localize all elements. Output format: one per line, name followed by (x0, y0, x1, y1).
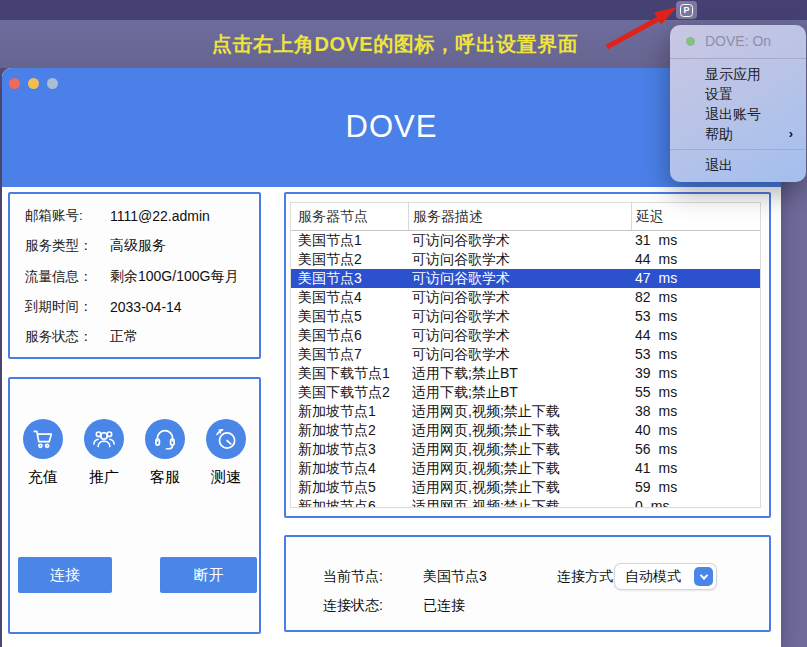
server-desc-cell: 可访问谷歌学术 (408, 307, 631, 326)
server-latency-cell: 59ms (631, 478, 760, 497)
server-row[interactable]: 新加坡节点5适用网页,视频;禁止下载59ms (291, 478, 760, 497)
chevron-down-icon (699, 571, 707, 579)
server-latency-cell: 40ms (631, 421, 760, 440)
account-info-row: 到期时间：2033-04-14 (25, 296, 259, 318)
server-row[interactable]: 美国节点4可访问谷歌学术82ms (291, 288, 760, 307)
server-row[interactable]: 美国节点2可访问谷歌学术44ms (291, 250, 760, 269)
menu-item-帮助[interactable]: 帮助› (670, 124, 806, 144)
connection-status-panel: 当前节点: 美国节点3 连接方式: 自动模式 连接状态: 已连接 (284, 535, 771, 632)
latency-unit: ms (659, 422, 678, 438)
minimize-window-button[interactable] (28, 78, 39, 89)
server-row[interactable]: 美国下载节点2适用下载;禁止BT55ms (291, 383, 760, 402)
account-info-label: 服务类型： (25, 237, 97, 255)
account-info-row: 服务类型：高级服务 (25, 235, 259, 257)
latency-unit: ms (659, 403, 678, 419)
server-desc-cell: 适用网页,视频;禁止下载 (408, 402, 631, 421)
server-desc-cell: 适用网页,视频;禁止下载 (408, 478, 631, 497)
disconnect-button[interactable]: 断开 (160, 557, 257, 593)
server-node-cell: 美国节点4 (291, 288, 408, 307)
latency-unit: ms (659, 460, 678, 476)
column-header: 服务器节点 (291, 208, 408, 226)
server-latency-cell: 82ms (631, 288, 760, 307)
cart-icon (23, 419, 63, 459)
server-node-cell: 美国节点3 (291, 269, 408, 288)
menu-item-显示应用[interactable]: 显示应用 (670, 64, 806, 84)
latency-unit: ms (659, 308, 678, 324)
action-label: 充值 (28, 468, 58, 487)
server-desc-cell: 可访问谷歌学术 (408, 288, 631, 307)
action-label: 推广 (89, 468, 119, 487)
server-row[interactable]: 美国节点5可访问谷歌学术53ms (291, 307, 760, 326)
server-latency-cell: 39ms (631, 364, 760, 383)
account-info-value: 正常 (110, 328, 138, 346)
actions-panel: 充值推广客服测速 连接 断开 (8, 377, 261, 634)
server-desc-cell: 可访问谷歌学术 (408, 269, 631, 288)
server-row[interactable]: 新加坡节点1适用网页,视频;禁止下载38ms (291, 402, 760, 421)
server-node-cell: 美国下载节点1 (291, 364, 408, 383)
action-测速[interactable]: 测速 (201, 419, 251, 487)
column-header: 服务器描述 (408, 203, 631, 230)
server-row[interactable]: 美国节点6可访问谷歌学术44ms (291, 326, 760, 345)
conn-status-value: 已连接 (423, 597, 465, 615)
server-desc-cell: 适用网页,视频;禁止下载 (408, 459, 631, 478)
server-latency-cell: 44ms (631, 250, 760, 269)
latency-unit: ms (659, 479, 678, 495)
account-info-panel: 邮箱账号:1111@22.admin服务类型：高级服务流量信息：剩余100G/1… (8, 192, 261, 359)
server-row[interactable]: 新加坡节点6适用网页,视频;禁止下载0ms (291, 497, 760, 508)
server-row[interactable]: 美国节点7可访问谷歌学术53ms (291, 345, 760, 364)
account-info-value: 2033-04-14 (110, 299, 182, 315)
action-客服[interactable]: 客服 (140, 419, 190, 487)
server-node-cell: 新加坡节点1 (291, 402, 408, 421)
server-node-cell: 新加坡节点3 (291, 440, 408, 459)
server-desc-cell: 适用下载;禁止BT (408, 364, 631, 383)
server-node-cell: 美国节点7 (291, 345, 408, 364)
tray-dropdown-menu: DOVE: On 显示应用设置退出账号帮助›退出 (670, 25, 806, 182)
server-desc-cell: 可访问谷歌学术 (408, 231, 631, 250)
stopwatch-icon (206, 419, 246, 459)
account-info-label: 邮箱账号: (25, 207, 97, 225)
server-row[interactable]: 新加坡节点4适用网页,视频;禁止下载41ms (291, 459, 760, 478)
server-row[interactable]: 美国节点3可访问谷歌学术47ms (291, 269, 760, 288)
server-row[interactable]: 美国节点1可访问谷歌学术31ms (291, 231, 760, 250)
server-latency-cell: 47ms (631, 269, 760, 288)
select-chevron-button[interactable] (694, 567, 713, 586)
menu-divider (670, 149, 806, 150)
account-info-row: 流量信息：剩余100G/100G每月 (25, 266, 259, 288)
server-row[interactable]: 美国下载节点1适用下载;禁止BT39ms (291, 364, 760, 383)
action-充值[interactable]: 充值 (18, 419, 68, 487)
account-info-row: 邮箱账号:1111@22.admin (25, 205, 259, 227)
connect-button[interactable]: 连接 (18, 557, 112, 593)
current-node-label: 当前节点: (323, 568, 383, 586)
server-latency-cell: 38ms (631, 402, 760, 421)
menu-item-退出[interactable]: 退出 (670, 155, 806, 175)
menu-divider (670, 58, 806, 59)
conn-mode-value: 自动模式 (625, 568, 681, 586)
server-latency-cell: 53ms (631, 345, 760, 364)
conn-mode-select[interactable]: 自动模式 (615, 564, 716, 589)
latency-unit: ms (659, 327, 678, 343)
current-node-value: 美国节点3 (423, 568, 487, 586)
menu-item-设置[interactable]: 设置 (670, 84, 806, 104)
action-label: 客服 (150, 468, 180, 487)
action-icons-row: 充值推广客服测速 (18, 419, 251, 487)
server-latency-cell: 44ms (631, 326, 760, 345)
server-table-header: 服务器节点服务器描述延迟 (291, 203, 760, 231)
server-desc-cell: 适用网页,视频;禁止下载 (408, 421, 631, 440)
zoom-window-button[interactable] (47, 78, 58, 89)
server-node-cell: 美国节点1 (291, 231, 408, 250)
window-title: DOVE (2, 109, 781, 145)
action-推广[interactable]: 推广 (79, 419, 129, 487)
account-info-label: 服务状态： (25, 328, 97, 346)
menu-item-退出账号[interactable]: 退出账号 (670, 104, 806, 124)
account-info-value: 剩余100G/100G每月 (110, 268, 238, 286)
server-row[interactable]: 新加坡节点2适用网页,视频;禁止下载40ms (291, 421, 760, 440)
server-node-cell: 新加坡节点6 (291, 497, 408, 508)
server-latency-cell: 55ms (631, 383, 760, 402)
server-desc-cell: 适用下载;禁止BT (408, 383, 631, 402)
server-latency-cell: 0ms (631, 497, 760, 508)
close-window-button[interactable] (9, 78, 20, 89)
server-row[interactable]: 新加坡节点3适用网页,视频;禁止下载56ms (291, 440, 760, 459)
tray-status-label: DOVE: On (705, 33, 771, 49)
latency-unit: ms (659, 365, 678, 381)
server-latency-cell: 41ms (631, 459, 760, 478)
